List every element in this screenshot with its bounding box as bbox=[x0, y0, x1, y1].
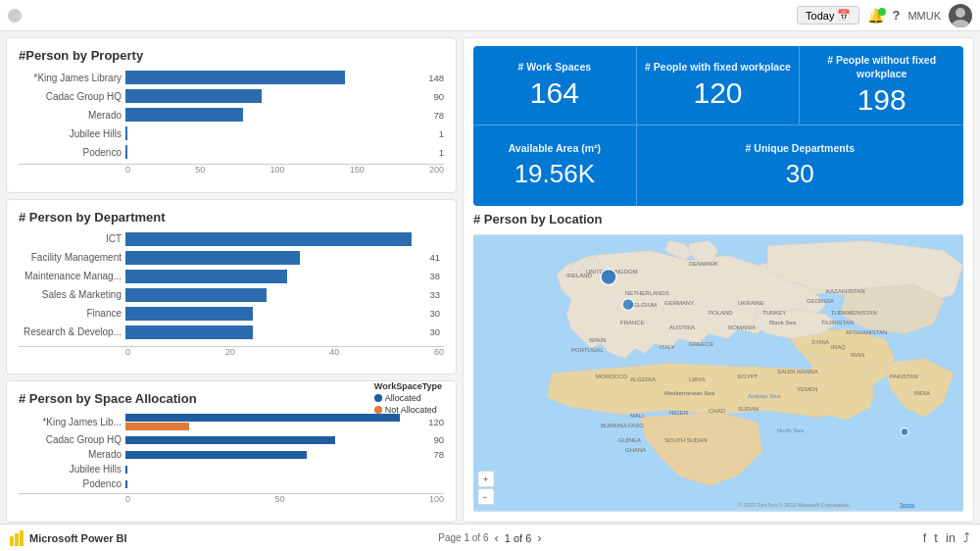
bar-label: Finance bbox=[19, 308, 122, 319]
facebook-icon[interactable]: f bbox=[923, 530, 927, 545]
map-point-uk[interactable] bbox=[601, 269, 616, 284]
bar-value: 41 bbox=[429, 252, 440, 263]
kpi-value: 164 bbox=[530, 76, 579, 110]
svg-text:TURKEY: TURKEY bbox=[762, 309, 786, 315]
dual-bar bbox=[125, 414, 422, 430]
table-row: Research & Develop... 30 bbox=[19, 326, 440, 339]
person-by-property-chart: *King James Library 148 Cadac Group HQ 9… bbox=[19, 71, 444, 159]
svg-text:BURKINA FASO: BURKINA FASO bbox=[601, 422, 644, 427]
space-legend: WorkSpaceType Allocated Not Allocated bbox=[374, 381, 442, 415]
svg-text:SOUTH SUDAN: SOUTH SUDAN bbox=[664, 436, 708, 442]
bar-track bbox=[125, 270, 423, 283]
bar-track bbox=[125, 232, 434, 246]
bar-fill bbox=[125, 326, 253, 339]
space-axis: 050100 bbox=[19, 494, 444, 504]
nav-left bbox=[8, 9, 22, 23]
person-by-dept-title: # Person by Department bbox=[19, 210, 444, 225]
prev-page-button[interactable]: ‹ bbox=[494, 530, 498, 545]
dual-bar bbox=[125, 480, 438, 488]
table-row: Podenco 1 bbox=[19, 145, 444, 159]
bar-track bbox=[125, 288, 423, 302]
page-current: 1 of 6 bbox=[505, 532, 532, 544]
bar-label: Jubilee Hills bbox=[19, 128, 122, 139]
svg-text:Mediterranean Sea: Mediterranean Sea bbox=[664, 389, 715, 395]
table-row: Merado 78 bbox=[19, 449, 444, 460]
table-row: ICT bbox=[19, 232, 440, 246]
legend-allocated: Allocated bbox=[374, 393, 442, 403]
bar-fill bbox=[125, 108, 243, 122]
orange-bar bbox=[125, 423, 189, 430]
share-icon[interactable]: ⤴ bbox=[963, 530, 970, 545]
allocated-label: Allocated bbox=[385, 393, 421, 403]
bar-value: 30 bbox=[429, 326, 440, 337]
kpi-cell-4: # Unique Departments 30 bbox=[637, 125, 963, 205]
svg-text:YEMEN: YEMEN bbox=[797, 385, 817, 391]
linkedin-icon[interactable]: in bbox=[946, 530, 956, 545]
svg-text:Arabian Sea: Arabian Sea bbox=[748, 392, 781, 398]
table-row: Finance 30 bbox=[19, 307, 440, 321]
help-icon[interactable]: ? bbox=[892, 8, 900, 23]
map-point-benelux[interactable] bbox=[622, 298, 634, 310]
table-row: Jubilee Hills bbox=[19, 464, 444, 475]
bar-value: 90 bbox=[433, 434, 444, 445]
today-button[interactable]: Today 📅 bbox=[797, 6, 859, 25]
bar-label: Maintenance Manag... bbox=[19, 271, 122, 281]
svg-rect-55 bbox=[20, 530, 24, 546]
bar-fill bbox=[125, 145, 127, 159]
bar-track bbox=[125, 307, 423, 321]
kpi-value: 30 bbox=[786, 159, 814, 189]
nav-right: Today 📅 🔔 ? MMUK bbox=[797, 4, 972, 27]
bar-value: 38 bbox=[429, 271, 440, 281]
bar-label: Sales & Marketing bbox=[19, 289, 122, 300]
svg-text:+: + bbox=[483, 474, 488, 483]
person-by-property-title: #Person by Property bbox=[19, 48, 444, 63]
svg-text:GUINEA: GUINEA bbox=[618, 436, 641, 442]
svg-text:NETHERLANDS: NETHERLANDS bbox=[625, 289, 669, 295]
kpi-value: 19.56K bbox=[514, 159, 595, 189]
kpi-value: 120 bbox=[693, 76, 742, 110]
svg-text:IRAN: IRAN bbox=[851, 351, 864, 357]
prop-axis: 050100150200 bbox=[19, 165, 444, 175]
svg-text:KAZAKHSTAN: KAZAKHSTAN bbox=[826, 287, 865, 293]
svg-text:GERMANY: GERMANY bbox=[664, 299, 694, 305]
svg-rect-54 bbox=[15, 533, 19, 546]
table-row: *King James Lib... 120 bbox=[19, 414, 444, 430]
user-label: MMUK bbox=[907, 10, 941, 22]
bar-label: Cadac Group HQ bbox=[19, 91, 122, 102]
svg-text:NIGER: NIGER bbox=[669, 409, 689, 415]
user-avatar[interactable] bbox=[949, 4, 972, 27]
bar-fill bbox=[125, 251, 300, 265]
table-row: Maintenance Manag... 38 bbox=[19, 270, 440, 283]
bar-label: *King James Lib... bbox=[19, 417, 122, 427]
kpi-cell-1: # People with fixed workplace 120 bbox=[637, 46, 801, 125]
bar-value: 78 bbox=[433, 449, 444, 460]
app-logo bbox=[8, 9, 22, 23]
bar-value: 148 bbox=[428, 73, 444, 83]
map-container[interactable]: IRELAND UNITED KINGDOM NETHERLANDS BELGI… bbox=[473, 234, 963, 512]
bar-value: 1 bbox=[439, 147, 444, 158]
person-by-dept-card: # Person by Department ICT Facility Mana… bbox=[6, 199, 457, 376]
next-page-button[interactable]: › bbox=[537, 530, 541, 545]
svg-text:TAJIKISTAN: TAJIKISTAN bbox=[821, 319, 854, 325]
svg-text:ROMANIA: ROMANIA bbox=[728, 324, 756, 329]
kpi-label: # People without fixed workplace bbox=[806, 54, 957, 80]
person-by-dept-chart[interactable]: ICT Facility Management 41 Maintenance M… bbox=[19, 232, 444, 344]
svg-text:Terms: Terms bbox=[900, 501, 914, 507]
bar-label: Cadac Group HQ bbox=[19, 434, 122, 445]
map-point-india[interactable] bbox=[901, 427, 908, 435]
twitter-icon[interactable]: t bbox=[934, 530, 938, 545]
svg-point-1 bbox=[952, 20, 969, 27]
table-row: Cadac Group HQ 90 bbox=[19, 89, 444, 103]
svg-text:IRAQ: IRAQ bbox=[831, 343, 846, 349]
blue-bar bbox=[125, 451, 307, 459]
table-row: *King James Library 148 bbox=[19, 71, 444, 84]
blue-bar bbox=[125, 466, 127, 474]
svg-text:GHANA: GHANA bbox=[625, 446, 646, 452]
calendar-icon: 📅 bbox=[837, 9, 851, 22]
blue-bar bbox=[125, 480, 127, 488]
bar-value: 120 bbox=[428, 417, 444, 427]
kpi-label: # Work Spaces bbox=[518, 61, 592, 75]
svg-text:MOROCCO: MOROCCO bbox=[596, 373, 627, 378]
not-allocated-dot bbox=[374, 406, 382, 414]
bar-value: 78 bbox=[433, 110, 444, 121]
